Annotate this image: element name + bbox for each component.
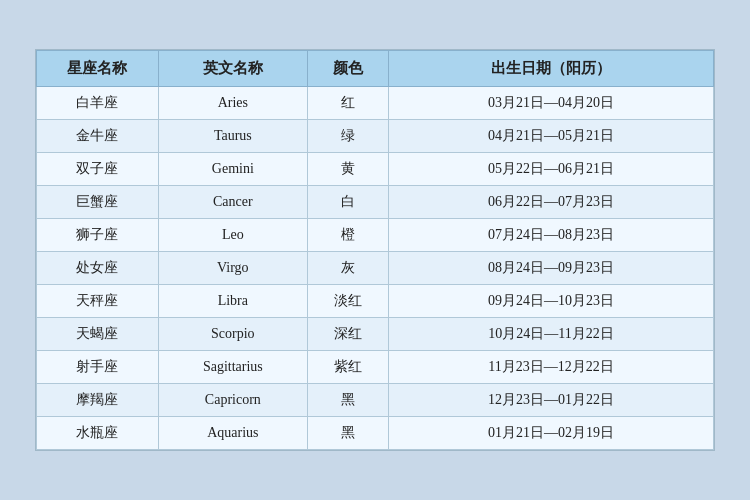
table-row: 金牛座Taurus绿04月21日—05月21日	[37, 120, 714, 153]
cell-date: 07月24日—08月23日	[389, 219, 714, 252]
cell-color: 紫红	[307, 351, 388, 384]
table-row: 天秤座Libra淡红09月24日—10月23日	[37, 285, 714, 318]
cell-chinese: 白羊座	[37, 87, 159, 120]
cell-chinese: 金牛座	[37, 120, 159, 153]
table-row: 狮子座Leo橙07月24日—08月23日	[37, 219, 714, 252]
cell-english: Taurus	[158, 120, 307, 153]
zodiac-table: 星座名称 英文名称 颜色 出生日期（阳历） 白羊座Aries红03月21日—04…	[36, 50, 714, 450]
cell-date: 12月23日—01月22日	[389, 384, 714, 417]
cell-date: 03月21日—04月20日	[389, 87, 714, 120]
cell-chinese: 摩羯座	[37, 384, 159, 417]
cell-english: Cancer	[158, 186, 307, 219]
header-english: 英文名称	[158, 51, 307, 87]
cell-english: Aquarius	[158, 417, 307, 450]
cell-chinese: 射手座	[37, 351, 159, 384]
cell-date: 05月22日—06月21日	[389, 153, 714, 186]
table-body: 白羊座Aries红03月21日—04月20日金牛座Taurus绿04月21日—0…	[37, 87, 714, 450]
cell-date: 11月23日—12月22日	[389, 351, 714, 384]
cell-color: 黑	[307, 384, 388, 417]
header-color: 颜色	[307, 51, 388, 87]
cell-color: 绿	[307, 120, 388, 153]
cell-color: 黑	[307, 417, 388, 450]
cell-color: 深红	[307, 318, 388, 351]
table-row: 处女座Virgo灰08月24日—09月23日	[37, 252, 714, 285]
cell-english: Aries	[158, 87, 307, 120]
table-row: 射手座Sagittarius紫红11月23日—12月22日	[37, 351, 714, 384]
cell-chinese: 巨蟹座	[37, 186, 159, 219]
cell-date: 09月24日—10月23日	[389, 285, 714, 318]
cell-chinese: 处女座	[37, 252, 159, 285]
cell-chinese: 天秤座	[37, 285, 159, 318]
cell-color: 橙	[307, 219, 388, 252]
cell-color: 白	[307, 186, 388, 219]
cell-english: Libra	[158, 285, 307, 318]
table-row: 水瓶座Aquarius黑01月21日—02月19日	[37, 417, 714, 450]
cell-english: Leo	[158, 219, 307, 252]
table-row: 白羊座Aries红03月21日—04月20日	[37, 87, 714, 120]
cell-color: 淡红	[307, 285, 388, 318]
table-row: 巨蟹座Cancer白06月22日—07月23日	[37, 186, 714, 219]
zodiac-table-wrapper: 星座名称 英文名称 颜色 出生日期（阳历） 白羊座Aries红03月21日—04…	[35, 49, 715, 451]
cell-chinese: 双子座	[37, 153, 159, 186]
cell-date: 04月21日—05月21日	[389, 120, 714, 153]
cell-date: 08月24日—09月23日	[389, 252, 714, 285]
header-chinese: 星座名称	[37, 51, 159, 87]
header-date: 出生日期（阳历）	[389, 51, 714, 87]
cell-color: 灰	[307, 252, 388, 285]
cell-english: Virgo	[158, 252, 307, 285]
table-row: 双子座Gemini黄05月22日—06月21日	[37, 153, 714, 186]
cell-color: 黄	[307, 153, 388, 186]
cell-date: 10月24日—11月22日	[389, 318, 714, 351]
cell-date: 06月22日—07月23日	[389, 186, 714, 219]
table-header-row: 星座名称 英文名称 颜色 出生日期（阳历）	[37, 51, 714, 87]
cell-english: Capricorn	[158, 384, 307, 417]
cell-english: Scorpio	[158, 318, 307, 351]
table-row: 摩羯座Capricorn黑12月23日—01月22日	[37, 384, 714, 417]
cell-date: 01月21日—02月19日	[389, 417, 714, 450]
cell-chinese: 天蝎座	[37, 318, 159, 351]
cell-english: Gemini	[158, 153, 307, 186]
cell-color: 红	[307, 87, 388, 120]
table-row: 天蝎座Scorpio深红10月24日—11月22日	[37, 318, 714, 351]
cell-chinese: 水瓶座	[37, 417, 159, 450]
cell-chinese: 狮子座	[37, 219, 159, 252]
cell-english: Sagittarius	[158, 351, 307, 384]
